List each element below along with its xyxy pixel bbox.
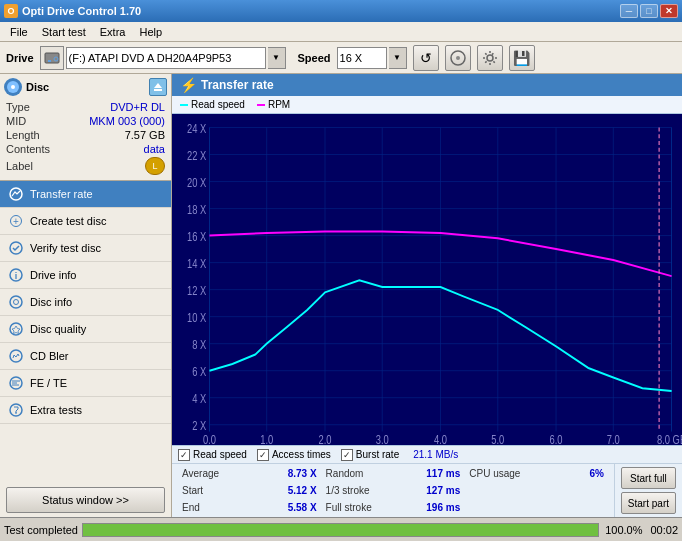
time-label: 00:02: [650, 524, 678, 536]
disc-header-icon: [4, 78, 22, 96]
legend-rpm: RPM: [257, 99, 290, 110]
speed-dropdown-value[interactable]: 16 X: [337, 47, 387, 69]
settings-button[interactable]: [477, 45, 503, 71]
drive-icon: [40, 46, 64, 70]
svg-text:4.0: 4.0: [434, 432, 447, 445]
menu-help[interactable]: Help: [133, 24, 168, 40]
disc-type-label: Type: [6, 101, 30, 113]
save-button[interactable]: 💾: [509, 45, 535, 71]
disc-length-label: Length: [6, 129, 40, 141]
svg-text:6.0: 6.0: [550, 432, 563, 445]
random-label: Random: [326, 468, 364, 479]
access-times-checkbox[interactable]: ✓ Access times: [257, 449, 331, 461]
disc-header: Disc: [4, 78, 167, 96]
disc-eject-button[interactable]: [149, 78, 167, 96]
end-cell: End 5.58 X: [178, 499, 321, 515]
nav-extra-tests[interactable]: Extra tests: [0, 397, 171, 424]
svg-marker-8: [154, 83, 162, 88]
speed-dropdown-arrow[interactable]: ▼: [389, 47, 407, 69]
full-stroke-cell: Full stroke 196 ms: [322, 499, 465, 515]
disc-type-value: DVD+R DL: [110, 101, 165, 113]
drive-dropdown-value[interactable]: (F:) ATAPI DVD A DH20A4P9P53: [66, 47, 266, 69]
drive-dropdown-arrow[interactable]: ▼: [268, 47, 286, 69]
start-part-button[interactable]: Start part: [621, 492, 676, 514]
nav-disc-quality[interactable]: Disc quality: [0, 316, 171, 343]
nav-disc-info[interactable]: Disc info: [0, 289, 171, 316]
nav-transfer-rate[interactable]: Transfer rate: [0, 181, 171, 208]
svg-point-14: [10, 296, 22, 308]
svg-text:2 X: 2 X: [192, 419, 206, 432]
fe-te-icon: [8, 375, 24, 391]
menu-extra[interactable]: Extra: [94, 24, 132, 40]
svg-point-15: [14, 300, 19, 305]
transfer-rate-icon: [8, 186, 24, 202]
svg-rect-0: [45, 53, 59, 63]
title-controls[interactable]: ─ □ ✕: [620, 4, 678, 18]
menu-file[interactable]: File: [4, 24, 34, 40]
chart-legend: Read speed RPM: [172, 96, 682, 114]
nav-fe-te[interactable]: FE / TE: [0, 370, 171, 397]
svg-text:8 X: 8 X: [192, 338, 206, 351]
title-bar-left: O Opti Drive Control 1.70: [4, 4, 141, 18]
disc-info-icon: [8, 294, 24, 310]
disc-length-value: 7.57 GB: [125, 129, 165, 141]
nav-cd-bler[interactable]: CD Bler: [0, 343, 171, 370]
nav-verify-test-disc-label: Verify test disc: [30, 242, 101, 254]
stroke13-label: 1/3 stroke: [326, 485, 370, 496]
disc-label-icon: L: [145, 157, 165, 175]
title-bar-text: Opti Drive Control 1.70: [22, 5, 141, 17]
burst-rate-check[interactable]: ✓: [341, 449, 353, 461]
legend-rpm-color: [257, 104, 265, 106]
nav-drive-info[interactable]: i Drive info: [0, 262, 171, 289]
disc-label-label: Label: [6, 160, 33, 172]
extra-tests-icon: [8, 402, 24, 418]
svg-point-7: [11, 85, 15, 89]
menu-start-test[interactable]: Start test: [36, 24, 92, 40]
disc-section-title: Disc: [26, 81, 49, 93]
title-bar: O Opti Drive Control 1.70 ─ □ ✕: [0, 0, 682, 22]
minimize-button[interactable]: ─: [620, 4, 638, 18]
maximize-button[interactable]: □: [640, 4, 658, 18]
random-cell: Random 117 ms: [322, 466, 465, 482]
start-label: Start: [182, 485, 203, 496]
drive-select[interactable]: (F:) ATAPI DVD A DH20A4P9P53 ▼: [40, 46, 286, 70]
data-rows-container: Average 8.73 X Random 117 ms CPU usage 6…: [172, 464, 682, 517]
legend-read-speed: Read speed: [180, 99, 245, 110]
svg-text:12 X: 12 X: [187, 284, 206, 297]
speed-label: Speed: [298, 52, 331, 64]
nav-fe-te-label: FE / TE: [30, 377, 67, 389]
empty-cell: [465, 483, 608, 499]
legend-read-speed-color: [180, 104, 188, 106]
full-stroke-value: 196 ms: [426, 502, 460, 513]
svg-text:8.0 GB: 8.0 GB: [657, 432, 682, 445]
speed-select[interactable]: 16 X ▼: [337, 47, 407, 69]
svg-point-4: [456, 56, 460, 60]
nav-disc-info-label: Disc info: [30, 296, 72, 308]
access-times-checkbox-label: Access times: [272, 449, 331, 460]
svg-point-5: [487, 55, 493, 61]
nav-create-test-disc[interactable]: + Create test disc: [0, 208, 171, 235]
refresh-button[interactable]: ↺: [413, 45, 439, 71]
nav-verify-test-disc[interactable]: Verify test disc: [0, 235, 171, 262]
empty-cell2: [465, 499, 608, 515]
read-speed-check[interactable]: ✓: [178, 449, 190, 461]
chart-area: ⚡ Transfer rate Read speed RPM: [172, 74, 682, 517]
start-full-button[interactable]: Start full: [621, 467, 676, 489]
disc-button[interactable]: [445, 45, 471, 71]
close-button[interactable]: ✕: [660, 4, 678, 18]
burst-rate-value: 21.1 MB/s: [413, 449, 458, 460]
status-text: Test completed: [4, 524, 78, 536]
drive-bar: Drive (F:) ATAPI DVD A DH20A4P9P53 ▼ Spe…: [0, 42, 682, 74]
stroke13-cell: 1/3 stroke 127 ms: [322, 483, 465, 499]
nav-disc-quality-label: Disc quality: [30, 323, 86, 335]
svg-text:1.0: 1.0: [260, 432, 273, 445]
access-times-check[interactable]: ✓: [257, 449, 269, 461]
svg-rect-9: [154, 89, 162, 91]
read-speed-checkbox[interactable]: ✓ Read speed: [178, 449, 247, 461]
nav-cd-bler-label: CD Bler: [30, 350, 69, 362]
svg-text:4 X: 4 X: [192, 392, 206, 405]
svg-text:18 X: 18 X: [187, 203, 206, 216]
progress-label: 100.0%: [605, 524, 642, 536]
burst-rate-checkbox[interactable]: ✓ Burst rate: [341, 449, 399, 461]
status-window-button[interactable]: Status window >>: [6, 487, 165, 513]
